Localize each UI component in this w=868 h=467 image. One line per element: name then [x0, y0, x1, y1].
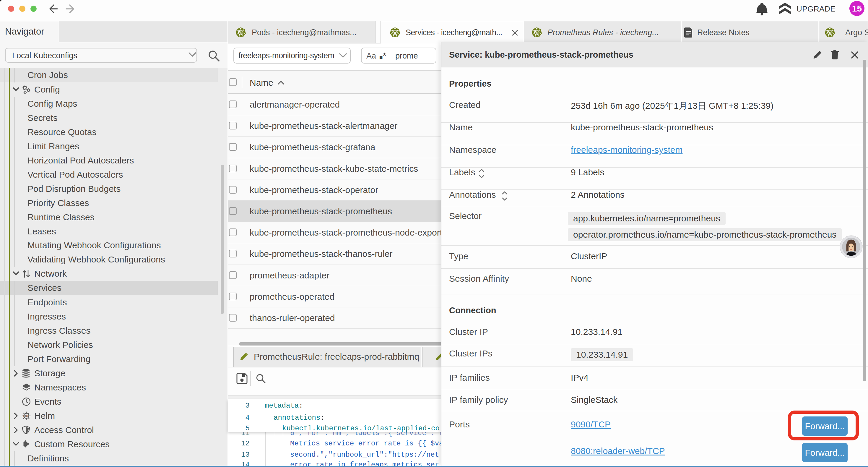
svg-text:HELM: HELM: [23, 415, 29, 417]
